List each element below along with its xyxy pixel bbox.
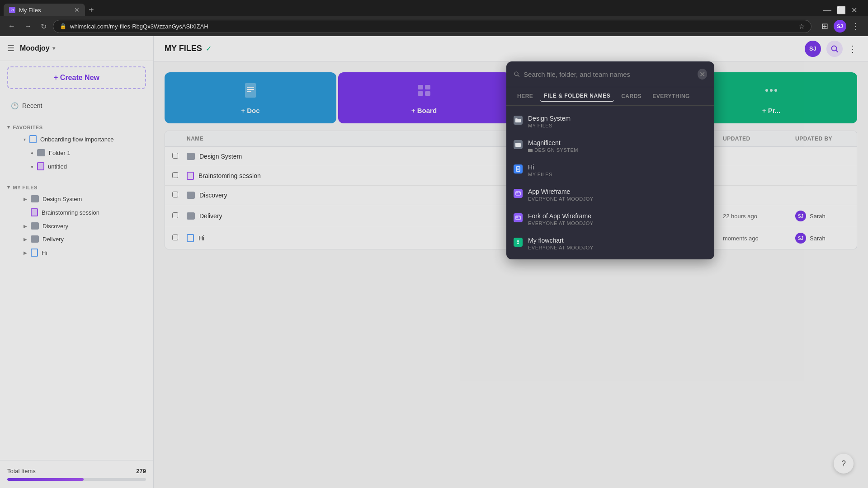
result-folder-icon [514,140,523,149]
svg-rect-28 [517,243,519,244]
lock-icon: 🔒 [60,23,66,29]
tab-close-button[interactable]: ✕ [74,6,80,14]
bookmark-icon[interactable]: ☆ [798,22,805,31]
result-doc-icon [514,164,523,174]
svg-rect-26 [519,216,520,217]
result-location: MY FILES [528,123,707,128]
toolbar-actions: ⊞ SJ ⋮ [819,19,863,33]
result-name: Magnificent [528,139,707,146]
tab-title: My Files [19,7,41,14]
result-name: Hi [528,164,707,171]
reload-button[interactable]: ↻ [38,20,49,33]
search-result-item[interactable]: Design System MY FILES [506,109,714,134]
address-text: whimsical.com/my-files-RbgQx3WzzanGysASi… [70,23,208,30]
more-options-button[interactable]: ⋮ [849,19,863,33]
search-result-item[interactable]: Magnificent Design System [506,134,714,158]
close-window-button[interactable]: ✕ [851,6,857,14]
result-location: Design System [528,147,707,153]
result-content: App Wireframe EVERYONE AT MOODJOY [528,188,707,202]
location-folder-icon [528,148,533,152]
result-content: Hi MY FILES [528,164,707,177]
result-location: EVERYONE AT MOODJOY [528,245,707,250]
browser-tab-bar: 🗂 My Files ✕ + — ⬜ ✕ [0,0,868,16]
address-bar[interactable]: 🔒 whimsical.com/my-files-RbgQx3WzzanGysA… [53,20,811,33]
svg-rect-22 [516,192,518,193]
search-input-icon [514,70,520,78]
svg-rect-23 [519,192,520,193]
result-name: Design System [528,115,707,122]
svg-rect-18 [516,167,520,171]
result-flowchart-icon [514,238,523,247]
search-result-item[interactable]: App Wireframe EVERYONE AT MOODJOY [506,183,714,207]
search-input[interactable] [524,70,694,78]
search-close-button[interactable]: ✕ [698,69,707,80]
search-result-item[interactable]: Hi MY FILES [506,158,714,183]
filter-file-folder-button[interactable]: FILE & FOLDER NAMES [540,91,614,102]
result-content: Design System MY FILES [528,115,707,128]
browser-toolbar: ← → ↻ 🔒 whimsical.com/my-files-RbgQx3Wzz… [0,16,868,36]
browser-chrome: 🗂 My Files ✕ + — ⬜ ✕ ← → ↻ 🔒 whimsical.c… [0,0,868,36]
search-results: Design System MY FILES Magnificent Desig… [506,106,714,259]
result-wireframe-icon [514,213,523,222]
back-button[interactable]: ← [5,20,18,32]
result-folder-icon [514,116,523,125]
search-dropdown: ✕ HERE FILE & FOLDER NAMES CARDS EVERYTH… [506,61,714,259]
result-name: App Wireframe [528,188,707,195]
svg-rect-27 [517,240,519,242]
active-tab[interactable]: 🗂 My Files ✕ [4,4,85,16]
svg-rect-25 [516,216,518,218]
result-location: EVERYONE AT MOODJOY [528,196,707,202]
search-overlay[interactable] [0,36,868,488]
filter-cards-button[interactable]: CARDS [618,91,645,101]
minimize-button[interactable]: — [823,5,831,15]
extensions-button[interactable]: ⊞ [819,19,831,33]
result-content: My flowchart EVERYONE AT MOODJOY [528,237,707,250]
search-input-area: ✕ [506,61,714,87]
maximize-button[interactable]: ⬜ [837,6,846,14]
result-location: EVERYONE AT MOODJOY [528,221,707,226]
filter-everything-button[interactable]: EVERYTHING [649,91,693,101]
search-filters: HERE FILE & FOLDER NAMES CARDS EVERYTHIN… [506,87,714,106]
search-result-item[interactable]: My flowchart EVERYONE AT MOODJOY [506,231,714,256]
filter-here-button[interactable]: HERE [514,91,537,101]
result-content: Magnificent Design System [528,139,707,153]
result-name: Fork of App Wireframe [528,212,707,220]
result-location: MY FILES [528,172,707,177]
tab-favicon: 🗂 [9,7,15,13]
new-tab-button[interactable]: + [85,5,98,15]
profile-avatar[interactable]: SJ [834,20,846,33]
forward-button[interactable]: → [22,20,34,32]
search-result-item[interactable]: Fork of App Wireframe EVERYONE AT MOODJO… [506,207,714,231]
result-content: Fork of App Wireframe EVERYONE AT MOODJO… [528,212,707,226]
result-name: My flowchart [528,237,707,244]
result-wireframe-icon [514,189,523,198]
